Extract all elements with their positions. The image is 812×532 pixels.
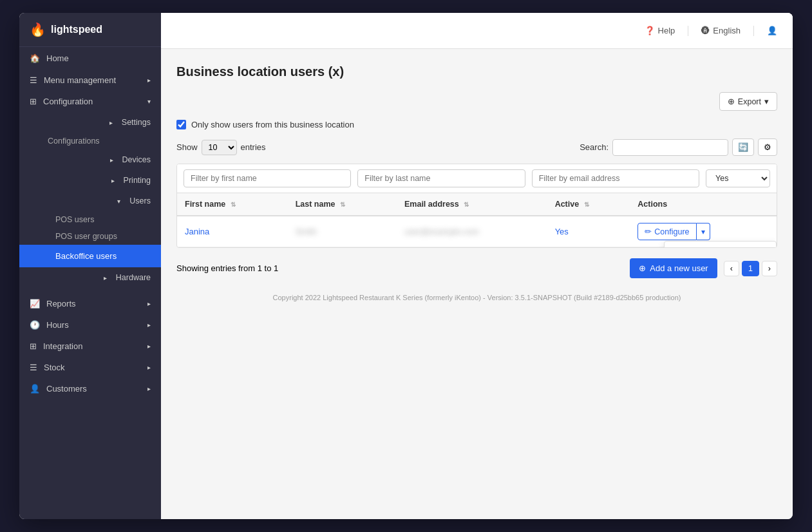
user-active-link[interactable]: Yes <box>555 227 569 236</box>
menu-icon: ☰ <box>30 75 37 85</box>
clock-icon: 🕐 <box>30 320 40 330</box>
email-filter[interactable] <box>532 169 699 187</box>
chevron-right-icon <box>147 343 151 350</box>
grid-icon: ⊞ <box>30 97 37 106</box>
sidebar-reports-label: Reports <box>46 299 76 309</box>
configure-label: Configure <box>654 227 689 236</box>
chevron-right-icon <box>147 300 151 307</box>
chevron-down-icon <box>147 98 151 105</box>
topbar: ❓ Help 🅐 English 👤 <box>161 13 793 49</box>
sidebar-item-backoffice-users[interactable]: Backoffice users <box>19 245 161 267</box>
sidebar-printing-label: Printing <box>124 176 151 185</box>
sidebar-settings-label: Settings <box>122 118 151 127</box>
active-filter[interactable]: Yes No All <box>706 169 770 187</box>
col-email-label: Email address <box>404 200 459 209</box>
stock-icon: ☰ <box>30 363 37 372</box>
cell-last-name: Smith <box>288 216 397 247</box>
user-first-name-link[interactable]: Janina <box>185 227 209 236</box>
sidebar-item-settings[interactable]: Settings <box>19 112 161 133</box>
sidebar-item-hours[interactable]: 🕐 Hours <box>19 314 161 336</box>
sidebar-item-reports[interactable]: 📈 Reports <box>19 293 161 314</box>
col-actions-label: Actions <box>637 200 667 209</box>
sort-icon: ⇅ <box>340 201 345 208</box>
main-area: ❓ Help 🅐 English 👤 Business location use… <box>161 13 793 519</box>
sidebar-item-configuration[interactable]: ⊞ Configuration <box>19 91 161 112</box>
language-label: English <box>713 26 741 35</box>
col-active-label: Active <box>555 200 580 209</box>
users-table: First name ⇅ Last name ⇅ Email address ⇅ <box>177 193 777 247</box>
cell-actions: ✏ Configure ▾ ☰ Edit business loc <box>630 216 777 247</box>
sidebar-backoffice-label: Backoffice users <box>55 251 117 261</box>
export-label: Export <box>738 97 761 106</box>
sidebar-item-pos-user-groups[interactable]: POS user groups <box>19 228 161 245</box>
table-header-row: First name ⇅ Last name ⇅ Email address ⇅ <box>177 193 777 216</box>
showing-text-area: Showing entries from 1 to 1 <box>176 263 278 273</box>
last-name-filter[interactable] <box>357 169 525 187</box>
first-name-filter[interactable] <box>184 169 351 187</box>
col-first-name-label: First name <box>185 200 225 209</box>
footer-right: ⊕ Add a new user ‹ 1 › <box>630 258 777 278</box>
show-label: Show <box>176 142 198 152</box>
chevron-down-icon <box>117 198 120 205</box>
add-user-button[interactable]: ⊕ Add a new user <box>630 258 717 278</box>
search-input[interactable] <box>612 139 728 156</box>
prev-page-button[interactable]: ‹ <box>724 261 739 276</box>
home-icon: 🏠 <box>30 53 40 63</box>
col-last-name[interactable]: Last name ⇅ <box>288 193 397 216</box>
help-button[interactable]: ❓ Help <box>645 26 675 35</box>
sort-icon: ⇅ <box>464 201 469 208</box>
cell-active: Yes <box>547 216 630 247</box>
refresh-button[interactable]: 🔄 <box>732 138 754 156</box>
sort-icon: ⇅ <box>584 201 589 208</box>
edit-business-locations-item[interactable]: ☰ Edit business locations <box>665 242 776 248</box>
chevron-right-icon <box>110 157 113 164</box>
user-email: user@example.com <box>404 227 479 236</box>
table-row: Janina Smith user@example.com Yes <box>177 216 777 247</box>
configure-button[interactable]: ✏ Configure <box>637 223 696 240</box>
sidebar-item-menu-management[interactable]: ☰ Menu management <box>19 70 161 91</box>
sidebar-item-configurations[interactable]: Configurations <box>19 133 161 149</box>
showing-text: Showing entries from 1 to 1 <box>176 263 278 273</box>
sidebar-item-hardware[interactable]: Hardware <box>19 267 161 288</box>
user-icon: 👤 <box>767 26 777 35</box>
add-user-label: Add a new user <box>650 263 708 273</box>
edit-icon: ✏ <box>645 227 652 236</box>
location-filter-checkbox[interactable] <box>176 120 186 129</box>
next-page-button[interactable]: › <box>762 261 777 276</box>
entries-select[interactable]: 10 25 50 100 <box>202 140 237 155</box>
col-active[interactable]: Active ⇅ <box>547 193 630 216</box>
chevron-right-icon <box>147 385 151 392</box>
col-first-name[interactable]: First name ⇅ <box>177 193 288 216</box>
table-wrap: Yes No All First name ⇅ Last <box>176 164 777 248</box>
sidebar-item-printing[interactable]: Printing <box>19 170 161 191</box>
reports-icon: 📈 <box>30 299 40 309</box>
sidebar-item-home[interactable]: 🏠 Home <box>19 47 161 70</box>
pagination: ‹ 1 › <box>724 261 777 276</box>
sidebar-item-stock[interactable]: ☰ Stock <box>19 357 161 378</box>
toolbar: ⊕ Export ▾ <box>176 92 777 111</box>
sidebar-item-home-label: Home <box>46 53 69 63</box>
search-label: Search: <box>580 142 609 152</box>
sidebar-item-customers[interactable]: 👤 Customers <box>19 378 161 399</box>
user-last-name: Smith <box>296 227 317 236</box>
export-icon: ⊕ <box>728 97 735 106</box>
page-1-button[interactable]: 1 <box>742 261 759 276</box>
sidebar-item-integration[interactable]: ⊞ Integration <box>19 336 161 357</box>
profile-button[interactable]: 👤 <box>767 26 777 35</box>
action-group: ✏ Configure ▾ <box>637 223 769 240</box>
settings-button[interactable]: ⚙ <box>758 138 777 156</box>
customers-icon: 👤 <box>30 384 40 394</box>
page-footer: Copyright 2022 Lightspeed Restaurant K S… <box>176 294 777 308</box>
language-icon: 🅐 <box>701 26 710 35</box>
dropdown-toggle-button[interactable]: ▾ <box>697 223 710 240</box>
sidebar-item-devices[interactable]: Devices <box>19 149 161 170</box>
chevron-right-icon <box>109 119 113 126</box>
chevron-right-icon <box>111 177 115 184</box>
export-button[interactable]: ⊕ Export ▾ <box>719 92 777 111</box>
col-email[interactable]: Email address ⇅ <box>397 193 547 216</box>
sidebar-item-users[interactable]: Users <box>19 191 161 211</box>
language-button[interactable]: 🅐 English <box>701 26 741 35</box>
sidebar-integration-label: Integration <box>43 341 82 351</box>
flame-icon: 🔥 <box>30 22 46 37</box>
sidebar-item-pos-users[interactable]: POS users <box>19 211 161 228</box>
